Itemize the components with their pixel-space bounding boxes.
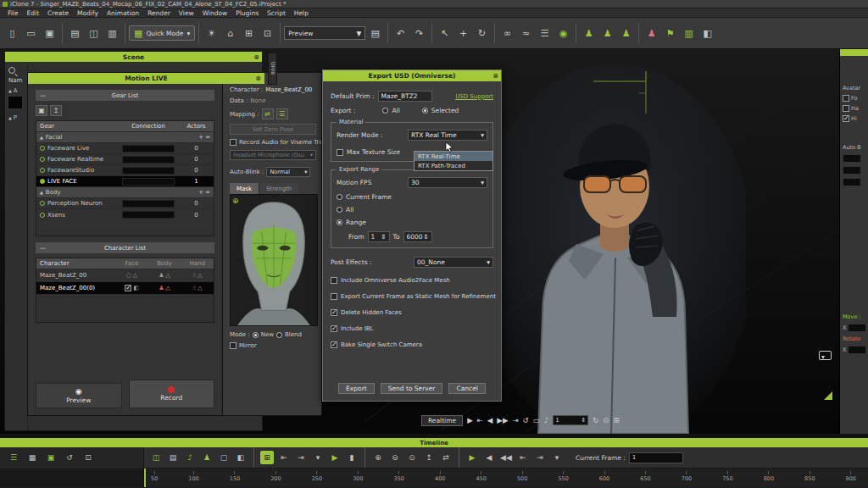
move-x-field[interactable] [848, 324, 866, 332]
gear-row[interactable]: Perception Neuron 0 [36, 198, 214, 209]
tab-unreal[interactable]: Unre [268, 53, 277, 85]
mapping-list-button[interactable]: ☰ [276, 108, 288, 119]
equalize-gear-icon[interactable]: = [205, 134, 210, 141]
undo-icon[interactable]: ↶ [392, 25, 409, 42]
light-icon[interactable]: ☀ [203, 25, 220, 42]
timeline-header[interactable]: Timeline [0, 438, 868, 447]
usd-support-link[interactable]: USD Support [455, 93, 493, 100]
gear-list-section[interactable]: — Gear List [36, 90, 214, 101]
foot-checkbox-row[interactable]: Fo [843, 95, 868, 102]
zoom-out-icon[interactable]: ⊖ [388, 451, 402, 464]
add-gear-icon[interactable]: + [198, 134, 203, 141]
connection-field[interactable] [122, 167, 175, 175]
spinner-icon[interactable]: ⇕ [581, 417, 586, 424]
max-texture-checkbox[interactable] [337, 149, 343, 156]
load-gear-button[interactable]: ↥ [50, 105, 62, 116]
send-to-server-button[interactable]: Send to Server [381, 383, 443, 394]
fit-view-icon[interactable]: ⊙ [603, 416, 609, 424]
loop-icon[interactable]: ↺ [523, 416, 529, 424]
motion-live-header[interactable]: Motion LIVE ⊗ [28, 73, 264, 84]
character-list-section[interactable]: — Character List [36, 242, 214, 253]
play-icon[interactable]: ▶ [467, 416, 473, 424]
avatar-tool-icon[interactable]: ♟ [580, 25, 598, 42]
select-tool-icon[interactable]: ↖ [436, 25, 453, 42]
audio-track-icon[interactable]: ♪ [183, 451, 197, 464]
to-input[interactable]: 6000⇕ [403, 231, 432, 242]
clip-up-icon[interactable]: ↥ [422, 451, 436, 464]
render-mode-dropdown[interactable]: RTX Real Time ▾ [408, 130, 487, 141]
move-tool-icon[interactable]: + [454, 25, 472, 42]
menu-plugins[interactable]: Plugins [231, 9, 263, 17]
mask-add-icon[interactable]: ⊕ [232, 197, 239, 205]
motion-fps-dropdown[interactable]: 30 ▾ [408, 177, 487, 188]
motion-tool-icon[interactable]: ♟ [598, 25, 616, 42]
flag-icon[interactable]: ⚑ [661, 25, 679, 42]
collapse-icon[interactable]: — [40, 92, 46, 99]
right-panel-field[interactable] [843, 154, 861, 163]
menu-view[interactable]: View [175, 9, 198, 17]
gizmo-icon[interactable]: ⊡ [259, 25, 276, 42]
close-icon[interactable]: ⊗ [253, 52, 259, 62]
jump-start-icon[interactable]: ⇤ [277, 451, 291, 464]
export-media-icon[interactable]: ◫ [85, 25, 103, 42]
set-zero-pose-button[interactable]: Set Zero Pose [230, 124, 316, 135]
jump-end-icon[interactable]: ⇥ [294, 451, 308, 464]
visibility-icon[interactable]: ◉ [554, 25, 572, 42]
redo-icon[interactable]: ↷ [410, 25, 428, 42]
range-dropdown-icon[interactable]: ▾ [311, 451, 325, 464]
menu-window[interactable]: Window [198, 9, 232, 17]
mapping-swap-button[interactable]: ⇄ [262, 108, 274, 119]
playmode-dropdown-icon[interactable]: ▾ [550, 451, 564, 464]
face-tool-icon[interactable]: ♟ [617, 25, 635, 42]
right-panel-header[interactable] [840, 49, 868, 56]
timeline-to-end-icon[interactable]: ⇥ [533, 451, 547, 464]
menu-create[interactable]: Create [43, 9, 73, 17]
hide-checkbox-row[interactable]: Hi [843, 115, 868, 122]
range-icon[interactable]: ▭ [533, 416, 540, 424]
connection-field[interactable] [122, 211, 175, 219]
preview-button[interactable]: ◉ Preview [36, 383, 122, 408]
curve-icon[interactable]: ≈ [517, 25, 535, 42]
add-character-icon[interactable]: ♟ [643, 25, 660, 42]
menu-render[interactable]: Render [143, 9, 175, 17]
connection-field[interactable] [122, 200, 175, 208]
current-frame-radio[interactable] [337, 194, 342, 200]
home-view-icon[interactable]: ⌂ [221, 25, 239, 42]
body-section-row[interactable]: ▲ Body += [36, 187, 214, 198]
render-style-dropdown[interactable]: Preview ▼ [284, 26, 365, 40]
collapse-icon[interactable]: — [40, 245, 46, 252]
step-back-icon[interactable]: ◀ [487, 416, 493, 424]
include-ibl-checkbox[interactable] [331, 325, 337, 332]
right-panel-field[interactable] [843, 166, 861, 175]
character-row[interactable]: Maze_BeatZ_00 ○△ ♟△ ☝△ [36, 269, 214, 282]
audio2face-checkbox[interactable] [331, 277, 337, 284]
track-save-icon[interactable]: ▣ [44, 451, 58, 464]
measure-icon[interactable]: ⊞ [240, 25, 258, 42]
timeline-ruler[interactable]: 50100 150200 250300 350400 450500 550600… [0, 469, 868, 487]
post-effects-dropdown[interactable]: 00_None ▾ [414, 257, 493, 268]
hand-checkbox-row[interactable]: Ha [843, 105, 868, 112]
mode-blend-radio[interactable] [276, 332, 282, 338]
menu-animation[interactable]: Animation [103, 9, 143, 17]
static-mesh-checkbox[interactable] [331, 293, 337, 300]
screenshot-icon[interactable]: ▤ [66, 25, 84, 42]
timeline-rewind-icon[interactable]: ◀◀ [499, 451, 513, 464]
comment-bubble-icon[interactable] [819, 351, 832, 360]
gear-row[interactable]: Faceware Live 0 [36, 143, 214, 154]
menu-modify[interactable]: Modify [73, 9, 103, 17]
add-gear-icon[interactable]: + [198, 189, 203, 196]
open-project-icon[interactable]: ▭ [22, 25, 40, 42]
from-input[interactable]: 1⇕ [368, 231, 390, 242]
menu-edit[interactable]: Edit [23, 9, 44, 17]
default-prim-input[interactable]: Maze_BTZ2 [378, 91, 432, 102]
timeline-play-icon[interactable]: ▶ [465, 451, 479, 464]
right-panel-field[interactable] [843, 178, 861, 186]
tab-mask[interactable]: Mask [230, 183, 259, 194]
viewport-corner-handle[interactable] [824, 391, 832, 400]
export-button[interactable]: Export [338, 383, 375, 394]
face-mask-preview[interactable]: ⊕ [230, 194, 318, 326]
export-dialog-header[interactable]: Export USD (Omniverse) ⊗ [323, 70, 501, 81]
grid-toggle-icon[interactable]: ⊞ [613, 416, 619, 424]
tab-strength[interactable]: Strength [259, 183, 298, 194]
facial-section-row[interactable]: ▲ Facial += [36, 132, 214, 143]
